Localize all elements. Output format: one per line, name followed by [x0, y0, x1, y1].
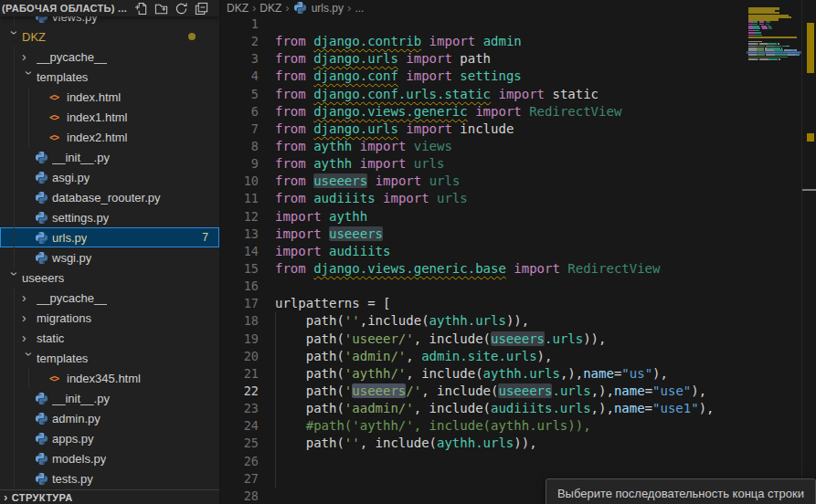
line-number[interactable]: 12 — [220, 208, 259, 226]
tree-folder-useeers[interactable]: ›useeers — [0, 268, 219, 288]
breadcrumb-item-[interactable]: ... — [355, 2, 364, 15]
tree-file-wsgi-py[interactable]: wsgi.py — [0, 247, 219, 268]
code-line[interactable]: 18 path('',include(aythh.urls)), — [220, 312, 747, 330]
tree-folder-templates[interactable]: ›templates — [0, 348, 219, 368]
line-number[interactable]: 23 — [220, 400, 259, 417]
tree-file-init-py[interactable]: __init__.py — [0, 147, 219, 167]
line-number[interactable]: 11 — [220, 190, 259, 207]
overview-ruler[interactable] — [801, 0, 816, 504]
code-line[interactable]: 16 — [220, 278, 747, 295]
code-line[interactable]: 3from django.urls import path — [220, 50, 747, 68]
line-number[interactable]: 15 — [220, 260, 259, 278]
code-line[interactable]: 4from django.conf import settings — [220, 68, 747, 85]
code-line[interactable]: 6from django.views.generic import Redire… — [220, 103, 747, 121]
collapse-all-icon[interactable] — [195, 2, 208, 16]
line-number[interactable]: 16 — [220, 278, 259, 295]
line-number[interactable]: 25 — [220, 435, 259, 452]
code-text: from django.conf import settings — [275, 68, 522, 85]
tree-file-database-roouter-py[interactable]: database_roouter.py — [0, 187, 219, 207]
tree-file-init-py[interactable]: __init__.py — [0, 388, 219, 408]
tree-item-label: wsgi.py — [52, 251, 91, 265]
line-number[interactable]: 26 — [220, 453, 259, 470]
code-line[interactable]: 25 path('', include(aythh.urls)), — [220, 435, 747, 452]
code-line[interactable]: 2from django.contrib import admin — [220, 33, 747, 50]
line-number[interactable]: 28 — [220, 488, 259, 504]
tree-folder-migrations[interactable]: ›migrations — [0, 308, 219, 328]
minimap[interactable] — [747, 0, 802, 504]
code-line[interactable]: 8from aythh import views — [220, 138, 747, 155]
tree-file-index1-html[interactable]: <>index1.html — [0, 107, 219, 127]
code-line[interactable]: 19 path('useeer/', include(useeers.urls)… — [220, 331, 747, 348]
new-folder-icon[interactable] — [154, 2, 168, 16]
code-line[interactable]: 13import useeers — [220, 226, 747, 243]
line-number[interactable]: 2 — [220, 33, 259, 50]
code-line[interactable]: 12import aythh — [220, 208, 747, 226]
line-number[interactable]: 1 — [220, 16, 259, 33]
line-number[interactable]: 14 — [220, 243, 259, 260]
line-number[interactable]: 8 — [220, 138, 259, 155]
tree-file-models-py[interactable]: models.py — [0, 448, 219, 468]
tree-folder-pycache[interactable]: ›__pycache__ — [0, 288, 219, 308]
tree-item-label: index1.html — [67, 110, 127, 124]
line-number[interactable]: 10 — [220, 173, 259, 190]
chevron-right-icon: › — [4, 490, 8, 504]
code-line[interactable]: 1 — [220, 16, 747, 33]
outline-section-header[interactable]: › СТРУКТУРА — [0, 489, 219, 504]
code-line[interactable]: 26 — [220, 453, 747, 470]
code-line[interactable]: 5from django.conf.urls.static import sta… — [220, 86, 747, 103]
code-line[interactable]: 14import audiiits — [220, 243, 747, 260]
indent-guide — [14, 468, 15, 488]
tree-file-index345-html[interactable]: <>index345.html — [0, 368, 219, 388]
line-number[interactable]: 9 — [220, 155, 259, 173]
code-text: from django.urls import path — [275, 50, 491, 68]
line-number[interactable]: 19 — [220, 331, 259, 348]
python-file-icon — [35, 211, 52, 225]
tree-file-settings-py[interactable]: settings.py — [0, 207, 219, 227]
line-number[interactable]: 20 — [220, 348, 259, 365]
line-number[interactable]: 21 — [220, 365, 259, 383]
tree-folder-dkz[interactable]: ›DKZ — [0, 26, 219, 47]
breadcrumb-item-urls-py[interactable]: urls.py — [312, 2, 344, 15]
code-line[interactable]: 7from django.urls import include — [220, 121, 747, 138]
breadcrumb-item-dkz[interactable]: DKZ — [227, 2, 249, 15]
line-number[interactable]: 24 — [220, 417, 259, 435]
line-number[interactable]: 13 — [220, 226, 259, 243]
code-line[interactable]: 11from audiiits import urls — [220, 190, 747, 207]
line-number[interactable]: 7 — [220, 121, 259, 138]
code-line[interactable]: 15from django.views.generic.base import … — [220, 260, 747, 278]
code-line[interactable]: 20 path('admin/', admin.site.urls), — [220, 348, 747, 365]
code-line[interactable]: 21 path('aythh/', include(aythh.urls,),n… — [220, 365, 747, 383]
code-line[interactable]: 10from useeers import urls — [220, 173, 747, 190]
new-file-icon[interactable] — [134, 2, 148, 16]
code-text: path('aythh/', include(aythh.urls,),name… — [275, 365, 668, 383]
line-number[interactable]: 27 — [220, 470, 259, 488]
tree-file-index-html[interactable]: <>index.html — [0, 87, 219, 107]
code-line[interactable]: 9from aythh import urls — [220, 155, 747, 173]
line-number[interactable]: 22 — [220, 383, 259, 400]
code-line[interactable]: 24 #path('aythh/', include(aythh.urls)), — [220, 417, 747, 435]
tree-folder-pycache[interactable]: ›__pycache__ — [0, 47, 219, 67]
tree-file-tests-py[interactable]: tests.py — [0, 468, 219, 488]
line-number[interactable]: 5 — [220, 86, 259, 103]
tree-file-urls-py[interactable]: urls.py7 — [0, 227, 219, 247]
tree-file-asgi-py[interactable]: asgi.py — [0, 167, 219, 187]
breadcrumb-item-dkz[interactable]: DKZ — [260, 2, 281, 15]
tree-file-admin-py[interactable]: admin.py — [0, 408, 219, 428]
code-area[interactable]: 12from django.contrib import admin3from … — [220, 16, 747, 504]
code-line[interactable]: 22 path('useeers/', include(useeers.urls… — [220, 383, 747, 400]
tree-file-index2-html[interactable]: <>index2.html — [0, 127, 219, 147]
code-line[interactable]: 17urlpatterns = [ — [220, 295, 747, 312]
refresh-icon[interactable] — [175, 2, 188, 16]
line-number[interactable]: 4 — [220, 68, 259, 85]
explorer-section-header[interactable]: (РАБОЧАЯ ОБЛАСТЬ) ... — [0, 0, 219, 16]
tree-folder-templates[interactable]: ›templates — [0, 67, 219, 87]
line-number[interactable]: 3 — [220, 50, 259, 68]
indent-guide — [28, 368, 29, 388]
code-line[interactable]: 23 path('aadmin/', include(audiiits.urls… — [220, 400, 747, 417]
code-text: from django.contrib import admin — [275, 33, 522, 50]
line-number[interactable]: 18 — [220, 312, 259, 330]
line-number[interactable]: 17 — [220, 295, 259, 312]
tree-file-apps-py[interactable]: apps.py — [0, 428, 219, 448]
line-number[interactable]: 6 — [220, 103, 259, 121]
tree-folder-static[interactable]: ›static — [0, 328, 219, 348]
